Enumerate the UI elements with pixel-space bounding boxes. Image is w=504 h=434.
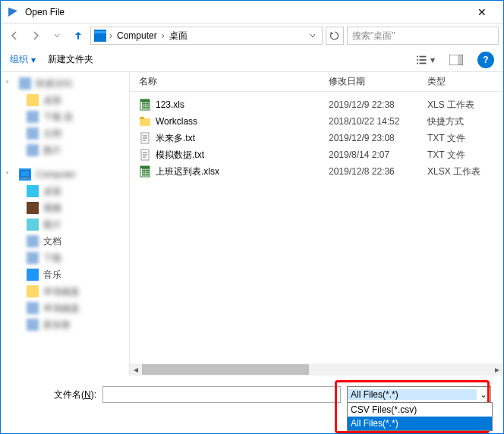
file-icon: ▦: [139, 99, 151, 111]
chevron-down-icon: ⌄: [477, 389, 490, 400]
filename-label: 文件名(N):: [13, 388, 96, 401]
breadcrumb: › Computer › 桌面: [109, 28, 304, 44]
scroll-right-icon[interactable]: ▸: [491, 363, 503, 376]
svg-rect-3: [420, 55, 427, 57]
sidebar-item-computer[interactable]: ˅Computer: [1, 166, 129, 183]
sidebar-item[interactable]: 桌面: [1, 183, 129, 200]
search-input[interactable]: 搜索"桌面": [347, 27, 499, 45]
chevron-right-icon[interactable]: ›: [162, 30, 165, 41]
preview-pane-button[interactable]: [447, 51, 465, 69]
close-button[interactable]: ✕: [467, 2, 497, 23]
view-options-button[interactable]: ▾: [417, 51, 435, 69]
file-type: XLSX 工作表: [427, 165, 494, 178]
svg-rect-5: [420, 59, 427, 61]
open-file-dialog: Open File ✕ › Computer › 桌面 搜索"桌面" 组织 ▾: [0, 0, 504, 434]
column-type[interactable]: 类型: [427, 75, 494, 88]
file-icon: ▦: [139, 165, 151, 178]
svg-rect-4: [417, 59, 418, 61]
window-title: Open File: [25, 7, 467, 17]
app-icon: [7, 6, 19, 18]
body-area: ˅快速访问 桌面 下载 器 文档 图片 ˅Computer 桌面 视频 图片 文…: [1, 72, 503, 376]
content-area: 名称 修改日期 类型 ▦123.xls2019/12/9 22:38XLS 工作…: [130, 72, 503, 376]
location-icon: [94, 30, 106, 42]
svg-rect-1: [94, 31, 106, 33]
filename-input[interactable]: [102, 386, 341, 403]
file-icon: [139, 115, 151, 127]
file-list[interactable]: ▦123.xls2019/12/9 22:38XLS 工作表Workclass2…: [130, 92, 503, 376]
file-type: XLS 工作表: [427, 99, 494, 112]
sidebar-item[interactable]: 文档: [1, 233, 129, 250]
file-name: 上班迟到表.xlsx: [156, 165, 329, 178]
breadcrumb-desktop[interactable]: 桌面: [168, 28, 189, 44]
chevron-right-icon[interactable]: ›: [109, 30, 112, 41]
file-date: 2019/12/9 23:08: [329, 133, 427, 143]
svg-text:▦: ▦: [141, 166, 150, 177]
file-type: TXT 文件: [427, 149, 494, 162]
file-row[interactable]: 米来多.txt2019/12/9 23:08TXT 文件: [130, 130, 503, 146]
scrollbar-thumb[interactable]: [142, 364, 309, 375]
scroll-left-icon[interactable]: ◂: [130, 363, 142, 376]
breadcrumb-computer[interactable]: Computer: [115, 29, 159, 42]
toolbar: 组织 ▾ 新建文件夹 ▾ ?: [1, 48, 503, 72]
svg-rect-16: [140, 118, 150, 126]
svg-text:▦: ▦: [141, 99, 150, 110]
sidebar-item[interactable]: 图片: [1, 142, 129, 159]
filetype-dropdown: CSV Files(*.csv) All Files(*.*): [347, 402, 493, 431]
sidebar-item[interactable]: 桌面: [1, 92, 129, 108]
file-icon: [139, 149, 151, 161]
nav-bar: › Computer › 桌面 搜索"桌面": [1, 24, 503, 48]
column-date[interactable]: 修改日期: [329, 75, 427, 88]
refresh-button[interactable]: [326, 27, 344, 45]
up-button[interactable]: [69, 27, 87, 45]
file-date: 2019/8/14 2:07: [329, 149, 427, 160]
back-button[interactable]: [5, 27, 24, 45]
file-row[interactable]: 模拟数据.txt2019/8/14 2:07TXT 文件: [130, 146, 503, 163]
file-name: 米来多.txt: [156, 132, 329, 145]
column-name[interactable]: 名称: [139, 75, 329, 88]
svg-rect-10: [20, 171, 30, 177]
file-date: 2018/10/22 14:52: [329, 116, 427, 127]
svg-rect-6: [417, 62, 418, 64]
sidebar-item[interactable]: 图片: [1, 216, 129, 233]
file-type: TXT 文件: [427, 132, 494, 145]
filetype-option-all[interactable]: All Files(*.*): [348, 417, 492, 430]
filetype-combobox[interactable]: All Files(*.*) ⌄ CSV Files(*.csv) All Fi…: [347, 386, 491, 403]
svg-point-12: [33, 275, 37, 279]
sidebar-item[interactable]: 音乐: [1, 266, 129, 283]
sidebar-item[interactable]: 视频: [1, 200, 129, 216]
file-name: 123.xls: [156, 99, 329, 110]
file-row[interactable]: ▦上班迟到表.xlsx2019/12/8 22:36XLSX 工作表: [130, 163, 503, 180]
sidebar-item[interactable]: 文档: [1, 125, 129, 142]
recent-dropdown[interactable]: [48, 27, 66, 45]
nav-sidebar: ˅快速访问 桌面 下载 器 文档 图片 ˅Computer 桌面 视频 图片 文…: [1, 72, 130, 376]
horizontal-scrollbar[interactable]: ◂ ▸: [130, 363, 503, 376]
svg-rect-9: [458, 55, 463, 65]
file-name: 模拟数据.txt: [156, 149, 329, 162]
svg-rect-0: [94, 33, 106, 40]
organize-button[interactable]: 组织 ▾: [10, 53, 36, 66]
sidebar-item[interactable]: 本地磁盘: [1, 300, 129, 316]
file-icon: [139, 132, 151, 144]
address-dropdown[interactable]: [307, 27, 319, 44]
file-row[interactable]: ▦123.xls2019/12/9 22:38XLS 工作表: [130, 96, 503, 113]
sidebar-item[interactable]: 新加卷: [1, 316, 129, 333]
address-bar[interactable]: › Computer › 桌面: [90, 27, 323, 45]
chevron-down-icon: ▾: [31, 55, 36, 65]
titlebar: Open File ✕: [1, 1, 503, 24]
svg-rect-11: [23, 178, 27, 179]
new-folder-button[interactable]: 新建文件夹: [48, 53, 93, 66]
svg-rect-17: [140, 117, 144, 119]
filetype-option-csv[interactable]: CSV Files(*.csv): [348, 403, 492, 417]
forward-button[interactable]: [27, 27, 45, 45]
column-headers: 名称 修改日期 类型: [130, 72, 503, 92]
help-button[interactable]: ?: [477, 52, 494, 68]
svg-rect-7: [420, 62, 427, 64]
sidebar-item[interactable]: ˅快速访问: [1, 75, 129, 92]
sidebar-item[interactable]: 下载 器: [1, 108, 129, 125]
svg-rect-2: [417, 55, 418, 57]
file-type: 快捷方式: [427, 115, 494, 128]
file-row[interactable]: Workclass2018/10/22 14:52快捷方式: [130, 113, 503, 130]
sidebar-item[interactable]: 下载: [1, 250, 129, 266]
sidebar-item[interactable]: 本地磁盘: [1, 283, 129, 300]
search-placeholder: 搜索"桌面": [352, 30, 395, 42]
